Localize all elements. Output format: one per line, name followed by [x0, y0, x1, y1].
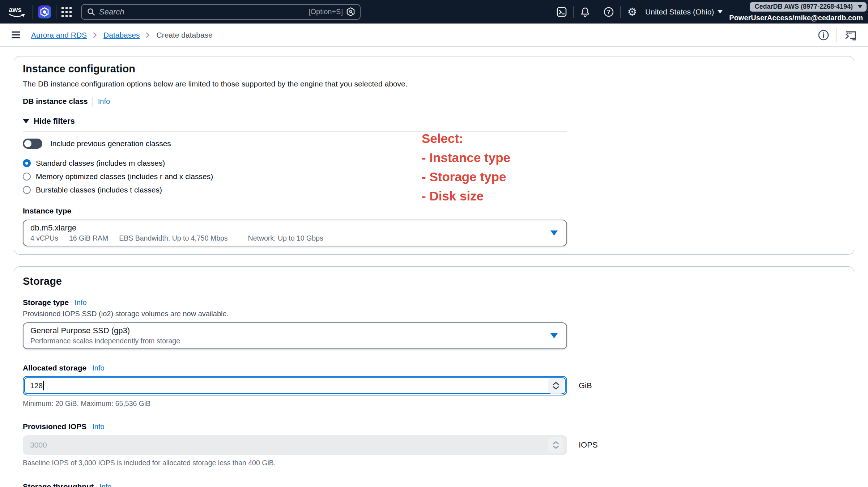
allocated-storage-info-link[interactable]: Info — [92, 364, 104, 372]
provisioned-iops-value: 3000 — [30, 441, 47, 449]
svg-text:?: ? — [607, 9, 610, 15]
radio-selected-icon — [23, 159, 31, 167]
chevron-right-icon — [145, 31, 150, 39]
region-label: United States (Ohio) — [645, 8, 714, 16]
amazon-q-search-icon — [346, 7, 355, 16]
spec-vcpus: 4 vCPUs — [30, 234, 58, 242]
spec-ram: 16 GiB RAM — [69, 234, 108, 242]
menu-icon[interactable] — [12, 31, 20, 38]
search-shortcut: [Option+S] — [309, 8, 343, 16]
divider — [56, 5, 56, 19]
section-description: The DB instance configuration options be… — [23, 80, 845, 88]
chevron-right-icon — [93, 31, 98, 39]
search-placeholder: Search — [99, 7, 309, 17]
toggle-label: Include previous generation classes — [50, 139, 171, 148]
instance-type-select[interactable]: db.m5.xlarge 4 vCPUs 16 GiB RAM EBS Band… — [23, 220, 567, 246]
radio-label: Standard classes (includes m classes) — [36, 159, 165, 168]
hide-filters-expander[interactable]: Hide filters — [23, 117, 845, 126]
radio-memory-optimized-classes[interactable]: Memory optimized classes (includes r and… — [23, 172, 845, 181]
account-name: CedarDB AWS (8977-2268-4194) — [755, 3, 853, 10]
divider — [620, 6, 621, 18]
breadcrumb-link-databases[interactable]: Databases — [103, 31, 140, 39]
side-panel-terminal-icon[interactable] — [844, 29, 857, 41]
storage-type-note: Provisioned IOPS SSD (io2) storage volum… — [23, 310, 845, 318]
radio-label: Memory optimized classes (includes r and… — [36, 172, 213, 181]
radio-icon — [23, 173, 31, 181]
storage-type-label: Storage type — [23, 298, 69, 307]
account-user: PowerUserAccess/mike@cedardb.com — [729, 14, 863, 22]
allocated-storage-stepper[interactable] — [548, 378, 563, 394]
divider — [33, 5, 33, 19]
breadcrumb-current: Create database — [156, 31, 212, 39]
instance-type-label: Instance type — [23, 207, 71, 215]
provisioned-iops-info-link[interactable]: Info — [92, 423, 104, 431]
hide-filters-label: Hide filters — [34, 117, 75, 126]
include-previous-generation-toggle[interactable] — [23, 139, 42, 149]
breadcrumb: Aurora and RDS Databases Create database — [31, 31, 213, 39]
provisioned-iops-stepper — [548, 437, 563, 453]
divider — [597, 6, 597, 18]
provisioned-iops-hint: Baseline IOPS of 3,000 IOPS is included … — [23, 459, 845, 467]
search-input[interactable]: Search [Option+S] — [81, 4, 361, 20]
chevron-down-icon — [550, 333, 558, 338]
section-title: Instance configuration — [23, 63, 845, 75]
divider — [93, 97, 93, 106]
allocated-storage-label: Allocated storage — [23, 364, 86, 372]
radio-icon — [23, 186, 31, 194]
search-icon — [87, 8, 95, 16]
provisioned-iops-input: 3000 — [23, 435, 567, 455]
text-cursor — [43, 381, 44, 390]
storage-throughput-label: Storage throughput — [23, 482, 94, 487]
storage-type-value: General Purpose SSD (gp3) — [30, 326, 545, 335]
breadcrumb-link-aurora-rds[interactable]: Aurora and RDS — [31, 31, 87, 39]
provisioned-iops-unit: IOPS — [579, 440, 598, 450]
top-navigation-bar: aws Search [Option+S] — [0, 0, 868, 24]
allocated-storage-value: 128 — [30, 381, 43, 390]
chevron-down-icon — [858, 5, 862, 8]
storage-type-description: Performance scales independently from st… — [30, 337, 545, 345]
db-instance-class-label: DB instance class — [23, 97, 88, 106]
instance-type-value: db.m5.xlarge — [30, 223, 545, 233]
spec-network: Network: Up to 10 Gbps — [248, 234, 323, 242]
chevron-down-icon — [718, 10, 723, 13]
radio-label: Burstable classes (includes t classes) — [36, 186, 162, 194]
breadcrumb-bar: Aurora and RDS Databases Create database — [0, 24, 868, 47]
storage-card: Storage Storage type Info Provisioned IO… — [14, 266, 854, 487]
settings-gear-icon[interactable]: ⚙ — [624, 7, 640, 17]
apps-grid-icon[interactable] — [61, 7, 72, 17]
storage-throughput-info-link[interactable]: Info — [99, 483, 111, 487]
provisioned-iops-label: Provisioned IOPS — [23, 422, 86, 431]
storage-type-select[interactable]: General Purpose SSD (gp3) Performance sc… — [23, 322, 567, 349]
info-circle-icon[interactable] — [818, 29, 829, 41]
cloudshell-icon[interactable] — [554, 7, 570, 17]
radio-burstable-classes[interactable]: Burstable classes (includes t classes) — [23, 186, 845, 194]
radio-standard-classes[interactable]: Standard classes (includes m classes) — [23, 159, 845, 168]
instance-type-specs: 4 vCPUs 16 GiB RAM EBS Bandwidth: Up to … — [30, 234, 545, 242]
chevron-down-icon — [550, 230, 558, 236]
storage-type-info-link[interactable]: Info — [75, 298, 86, 307]
region-selector[interactable]: United States (Ohio) — [645, 8, 723, 16]
allocated-storage-hint: Minimum: 20 GiB. Maximum: 65,536 GiB — [23, 399, 845, 408]
aws-logo[interactable]: aws — [8, 5, 27, 18]
divider — [573, 6, 574, 18]
help-icon[interactable]: ? — [601, 7, 617, 17]
account-menu[interactable]: CedarDB AWS (8977-2268-4194) PowerUserAc… — [729, 1, 867, 22]
db-instance-class-info-link[interactable]: Info — [98, 97, 110, 106]
amazon-q-app-icon[interactable] — [38, 5, 51, 18]
main-content: Instance configuration The DB instance c… — [0, 47, 868, 487]
divider — [23, 131, 567, 132]
caret-down-icon — [23, 119, 29, 123]
db-class-radio-group: Standard classes (includes m classes) Me… — [23, 159, 845, 194]
account-badge[interactable]: CedarDB AWS (8977-2268-4194) — [750, 2, 867, 12]
notifications-bell-icon[interactable] — [577, 7, 593, 17]
svg-text:aws: aws — [9, 6, 22, 13]
allocated-storage-unit: GiB — [579, 381, 592, 390]
divider — [837, 28, 837, 42]
section-title: Storage — [23, 275, 845, 287]
instance-configuration-card: Instance configuration The DB instance c… — [14, 56, 854, 255]
spec-ebs-bandwidth: EBS Bandwidth: Up to 4,750 Mbps — [119, 234, 227, 242]
allocated-storage-input[interactable]: 128 — [23, 376, 567, 395]
